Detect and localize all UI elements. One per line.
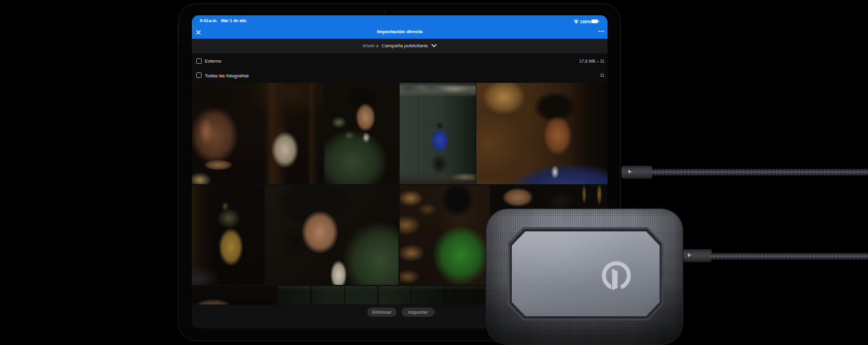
svg-text:100%: 100% [580,20,592,24]
